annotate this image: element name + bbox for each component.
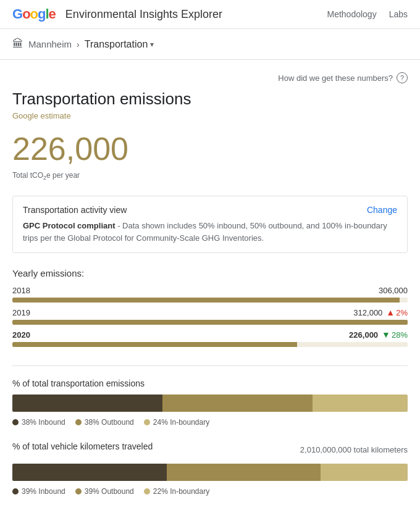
google-logo: Google: [12, 6, 56, 22]
legend-item: 22% In-boundary: [144, 487, 209, 496]
legend-dot-icon: [12, 488, 19, 495]
section-divider: [12, 365, 408, 366]
total-emissions-value: 226,000: [12, 130, 408, 167]
change-link[interactable]: Change: [367, 205, 397, 215]
legend-dot-icon: [75, 419, 82, 425]
bar-track: [12, 320, 408, 325]
help-icon[interactable]: ?: [397, 72, 408, 83]
bar-row: 2020 226,000 ▼ 28%: [12, 330, 408, 347]
google-estimate-label: Google estimate: [12, 111, 408, 120]
bar-value-area: 312,000 ▲ 2%: [353, 307, 408, 317]
bar-year: 2019: [12, 308, 30, 317]
legend-item: 39% Inbound: [12, 487, 65, 496]
legend-label: 39% Inbound: [22, 487, 65, 496]
vkt-legend: 39% Inbound39% Outbound22% In-boundary: [12, 487, 408, 496]
building-icon: 🏛: [12, 38, 23, 51]
legend-item: 39% Outbound: [75, 487, 134, 496]
bar-fill: [12, 342, 297, 347]
stacked-segment: [321, 464, 408, 481]
transportation-pct-section: % of total transportation emissions 38% …: [12, 378, 408, 427]
transportation-pct-bar: [12, 394, 408, 412]
breadcrumb-current-section[interactable]: Transportation ▾: [85, 39, 154, 50]
gpc-bold: GPC Protocol compliant: [23, 221, 116, 230]
legend-label: 38% Outbound: [85, 418, 134, 427]
transportation-pct-label: % of total transportation emissions: [12, 378, 408, 388]
breadcrumb: 🏛 Mannheim › Transportation ▾: [0, 29, 420, 60]
bar-row: 2019 312,000 ▲ 2%: [12, 307, 408, 325]
legend-dot-icon: [12, 419, 19, 425]
bar-number: 226,000: [349, 330, 378, 340]
legend-label: 39% Outbound: [85, 487, 134, 496]
breadcrumb-separator: ›: [77, 40, 80, 49]
bar-fill: [12, 320, 408, 325]
change-badge-down: ▼ 28%: [382, 330, 408, 340]
labs-link[interactable]: Labs: [389, 9, 408, 19]
bar-row-header: 2020 226,000 ▼ 28%: [12, 330, 408, 340]
methodology-link[interactable]: Methodology: [327, 9, 376, 19]
header: Google Environmental Insights Explorer M…: [0, 0, 420, 29]
vkt-header: % of total vehicle kilometers traveled 2…: [12, 441, 408, 457]
stacked-segment: [313, 394, 408, 412]
legend-item: 38% Outbound: [75, 418, 134, 427]
bar-row: 2018 306,000: [12, 286, 408, 303]
total-km-value: 2,010,000,000 total kilometers: [300, 445, 408, 454]
bar-row-header: 2019 312,000 ▲ 2%: [12, 307, 408, 317]
how-numbers-label: How did we get these numbers?: [278, 73, 393, 83]
vkt-section: % of total vehicle kilometers traveled 2…: [12, 441, 408, 496]
legend-label: 22% In-boundary: [153, 487, 209, 496]
bar-fill: [12, 298, 400, 303]
vkt-label: % of total vehicle kilometers traveled: [12, 441, 153, 451]
arrow-up-icon: ▲: [386, 307, 395, 317]
legend-dot-icon: [144, 419, 150, 425]
legend-dot-icon: [144, 488, 150, 495]
bar-value-area: 306,000: [379, 286, 408, 295]
unit-label: Total tCO2e per year: [12, 171, 408, 181]
city-link[interactable]: Mannheim: [28, 39, 72, 49]
section-title: Transportation emissions: [12, 90, 408, 109]
legend-label: 38% Inbound: [22, 418, 65, 427]
stacked-segment: [12, 464, 167, 481]
legend-item: 38% Inbound: [12, 418, 65, 427]
bar-value-area: 226,000 ▼ 28%: [349, 330, 408, 340]
app-title: Environmental Insights Explorer: [65, 8, 317, 21]
stacked-segment: [167, 464, 321, 481]
change-badge-up: ▲ 2%: [386, 307, 408, 317]
yearly-bar-rows: 2018 306,000 2019 312,000 ▲ 2% 2020 226,…: [12, 286, 408, 347]
legend-item: 24% In-boundary: [144, 418, 209, 427]
stacked-segment: [12, 394, 162, 412]
bar-number: 306,000: [379, 286, 408, 295]
legend-label: 24% In-boundary: [153, 418, 209, 427]
bar-track: [12, 298, 408, 303]
activity-box-header: Transportation activity view Change: [23, 205, 397, 215]
vkt-bar: [12, 464, 408, 481]
bar-year: 2020: [12, 330, 30, 340]
activity-description: GPC Protocol compliant - Data shown incl…: [23, 220, 397, 244]
bar-year: 2018: [12, 286, 30, 295]
transportation-pct-legend: 38% Inbound38% Outbound24% In-boundary: [12, 418, 408, 427]
bar-row-header: 2018 306,000: [12, 286, 408, 295]
legend-dot-icon: [75, 488, 82, 495]
nav-links: Methodology Labs: [327, 9, 408, 19]
activity-view-box: Transportation activity view Change GPC …: [12, 196, 408, 253]
stacked-segment: [162, 394, 313, 412]
how-numbers-row: How did we get these numbers? ?: [12, 72, 408, 83]
main-content: How did we get these numbers? ? Transpor…: [0, 60, 420, 526]
chevron-down-icon: ▾: [150, 40, 154, 49]
arrow-down-icon: ▼: [382, 330, 390, 340]
yearly-emissions-label: Yearly emissions:: [12, 268, 408, 278]
activity-title: Transportation activity view: [23, 205, 127, 215]
bar-track: [12, 342, 408, 347]
bar-number: 312,000: [353, 308, 382, 317]
